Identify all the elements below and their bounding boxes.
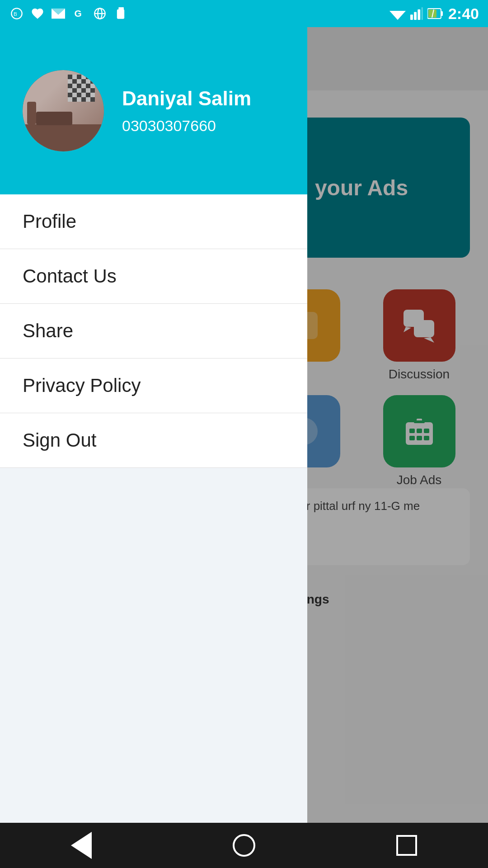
user-name: Daniyal Salim — [122, 87, 251, 110]
avatar-image — [23, 70, 104, 151]
bytedance-icon: B — [9, 6, 24, 21]
battery-icon — [427, 8, 444, 19]
user-phone: 03030307660 — [122, 117, 251, 135]
home-button[interactable] — [226, 827, 262, 863]
status-icons-left: B G — [9, 6, 128, 21]
home-circle-icon — [233, 834, 255, 857]
bottom-navigation — [0, 823, 488, 868]
menu-item-privacy-policy[interactable]: Privacy Policy — [0, 359, 307, 413]
svg-text:B: B — [14, 11, 17, 17]
sd-card-icon — [113, 6, 128, 21]
menu-item-share[interactable]: Share — [0, 304, 307, 359]
svg-rect-12 — [421, 7, 423, 20]
svg-rect-11 — [418, 9, 420, 20]
svg-rect-9 — [410, 14, 413, 20]
back-button[interactable] — [63, 827, 99, 863]
menu-item-sign-out[interactable]: Sign Out — [0, 413, 307, 468]
globe-icon — [92, 6, 108, 21]
status-bar: B G 2:40 — [0, 0, 488, 27]
svg-text:G: G — [75, 8, 82, 19]
svg-rect-10 — [414, 12, 417, 20]
menu-item-profile[interactable]: Profile — [0, 194, 307, 249]
google-icon: G — [71, 6, 87, 21]
heart-icon — [30, 6, 45, 21]
svg-rect-14 — [441, 11, 443, 16]
recents-button[interactable] — [389, 827, 425, 863]
menu-item-contact-us[interactable]: Contact Us — [0, 249, 307, 304]
time-display: 2:40 — [448, 5, 479, 23]
avatar — [23, 70, 104, 151]
svg-rect-7 — [118, 7, 124, 10]
status-icons-right: 2:40 — [389, 5, 479, 23]
svg-marker-8 — [389, 11, 406, 20]
navigation-drawer: Daniyal Salim 03030307660 Profile Contac… — [0, 27, 307, 868]
drawer-menu: Profile Contact Us Share Privacy Policy … — [0, 194, 307, 868]
recents-square-icon — [396, 835, 417, 856]
back-arrow-icon — [71, 832, 92, 859]
gmail-icon — [51, 6, 66, 21]
signal-icon — [410, 7, 423, 20]
user-info: Daniyal Salim 03030307660 — [122, 87, 251, 135]
svg-rect-6 — [117, 9, 124, 19]
drawer-header: Daniyal Salim 03030307660 — [0, 27, 307, 194]
wifi-icon — [389, 7, 406, 20]
